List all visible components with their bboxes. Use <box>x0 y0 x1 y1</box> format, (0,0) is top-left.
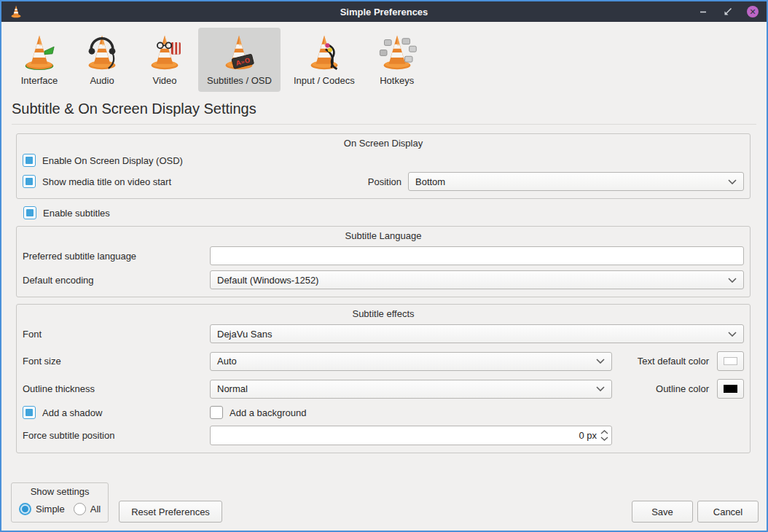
spin-down-icon[interactable] <box>600 437 608 441</box>
chevron-down-icon <box>728 179 737 184</box>
font-select-value: DejaVu Sans <box>217 329 728 340</box>
outline-color-button[interactable] <box>717 379 744 399</box>
font-row: Font DejaVu Sans <box>23 324 744 343</box>
footer-right: Save Cancel <box>632 501 759 523</box>
interface-icon <box>19 32 60 73</box>
heading-divider <box>12 124 756 125</box>
subtitle-language-group: Subtitle Language Preferred subtitle lan… <box>16 226 751 297</box>
simple-radio[interactable] <box>19 503 31 515</box>
chevron-down-icon <box>728 332 737 337</box>
show-media-title-checkbox[interactable] <box>23 175 36 188</box>
outline-color-label: Outline color <box>656 383 709 394</box>
toolbar-item-hotkeys[interactable]: Hotkeys <box>368 28 426 92</box>
enable-osd-checkbox[interactable] <box>23 154 36 167</box>
outline-thickness-select-value: Normal <box>217 383 596 394</box>
shadow-background-row: Add a shadow Add a background <box>23 406 744 419</box>
close-button[interactable]: ✕ <box>746 5 759 18</box>
position-select-value: Bottom <box>415 176 728 187</box>
font-size-label: Font size <box>23 356 210 367</box>
reset-wrap: Reset Preferences <box>119 501 222 523</box>
toolbar-item-interface[interactable]: Interface <box>10 28 68 92</box>
all-radio-wrap[interactable]: All <box>74 503 101 515</box>
spin-arrows <box>600 430 608 441</box>
toolbar-item-audio[interactable]: Audio <box>73 28 131 92</box>
toolbar-item-subtitles-osd[interactable]: A»O Subtitles / OSD <box>198 28 281 92</box>
font-size-select-value: Auto <box>217 356 596 367</box>
spacer <box>1 297 767 304</box>
minimize-button[interactable] <box>697 5 710 18</box>
window-title: Simple Preferences <box>1 7 767 17</box>
enable-subtitles-label: Enable subtitles <box>43 208 110 219</box>
reset-preferences-button[interactable]: Reset Preferences <box>119 501 222 523</box>
hotkeys-icon <box>377 32 418 73</box>
chevron-down-icon <box>728 278 737 283</box>
minimize-icon <box>700 8 707 15</box>
add-background-label: Add a background <box>230 407 307 418</box>
position-label: Position <box>368 176 401 187</box>
maximize-icon <box>724 7 732 16</box>
chevron-down-icon <box>596 386 605 391</box>
show-media-title-label: Show media title on video start <box>42 176 171 187</box>
outline-color-field: Outline color <box>656 379 744 399</box>
outline-thickness-label: Outline thickness <box>23 383 210 394</box>
default-encoding-select-value: Default (Windows-1252) <box>217 275 728 286</box>
simple-radio-wrap[interactable]: Simple <box>19 503 65 515</box>
subtitles-osd-icon: A»O <box>219 32 259 73</box>
toolbar-item-label: Audio <box>90 75 114 86</box>
enable-osd-checkbox-wrap[interactable]: Enable On Screen Display (OSD) <box>23 154 183 167</box>
font-size-select[interactable]: Auto <box>210 352 612 371</box>
default-encoding-row: Default encoding Default (Windows-1252) <box>23 270 744 289</box>
subtitle-effects-group-title: Subtitle effects <box>23 308 744 319</box>
video-icon <box>144 32 185 73</box>
toolbar-item-input-codecs[interactable]: Input / Codecs <box>285 28 364 92</box>
osd-group-title: On Screen Display <box>23 138 744 149</box>
outline-thickness-row: Outline thickness Normal Outline color <box>23 379 744 399</box>
font-select[interactable]: DejaVu Sans <box>210 324 744 343</box>
osd-group: On Screen Display Enable On Screen Displ… <box>16 133 751 199</box>
add-shadow-checkbox[interactable] <box>23 406 36 419</box>
enable-osd-row: Enable On Screen Display (OSD) <box>23 154 744 167</box>
toolbar-item-label: Interface <box>21 75 58 86</box>
position-select[interactable]: Bottom <box>408 172 744 191</box>
close-icon: ✕ <box>747 6 759 17</box>
footer: Show settings Simple All Reset Preferenc… <box>1 482 767 531</box>
outline-color-swatch <box>724 385 737 393</box>
spin-up-icon[interactable] <box>600 430 608 434</box>
show-media-title-checkbox-wrap[interactable]: Show media title on video start <box>23 175 171 188</box>
font-size-row: Font size Auto Text default color <box>23 351 744 371</box>
save-button[interactable]: Save <box>632 501 693 523</box>
simple-radio-label: Simple <box>36 504 65 515</box>
window-controls: ✕ <box>697 5 759 18</box>
all-radio-label: All <box>90 504 101 515</box>
font-label: Font <box>23 329 210 340</box>
show-media-title-row: Show media title on video start Position… <box>23 172 744 191</box>
add-background-checkbox[interactable] <box>210 406 223 419</box>
show-settings-title: Show settings <box>19 486 101 497</box>
enable-subtitles-checkbox[interactable] <box>23 206 36 219</box>
preferred-language-input[interactable] <box>210 246 744 265</box>
add-shadow-checkbox-wrap[interactable]: Add a shadow <box>23 406 210 419</box>
text-default-color-button[interactable] <box>717 351 744 371</box>
toolbar-item-video[interactable]: Video <box>136 28 194 92</box>
force-position-value: 0 px <box>579 430 597 441</box>
enable-osd-label: Enable On Screen Display (OSD) <box>42 155 183 166</box>
toolbar-item-label: Input / Codecs <box>294 75 355 86</box>
all-radio[interactable] <box>74 503 86 515</box>
cancel-button[interactable]: Cancel <box>697 501 759 523</box>
audio-icon <box>82 32 122 73</box>
titlebar: Simple Preferences ✕ <box>1 1 767 22</box>
default-encoding-select[interactable]: Default (Windows-1252) <box>210 270 744 289</box>
force-position-label: Force subtitle position <box>23 430 210 441</box>
add-background-checkbox-wrap[interactable]: Add a background <box>210 406 307 419</box>
chevron-down-icon <box>596 359 605 364</box>
text-default-color-field: Text default color <box>638 351 744 371</box>
enable-subtitles-checkbox-wrap[interactable]: Enable subtitles <box>23 206 767 219</box>
outline-thickness-select[interactable]: Normal <box>210 380 612 399</box>
preferences-window: Simple Preferences ✕ Interfac <box>0 0 768 532</box>
preferred-language-row: Preferred subtitle language <box>23 246 744 265</box>
force-position-spinbox[interactable]: 0 px <box>210 426 612 445</box>
subtitle-language-group-title: Subtitle Language <box>23 230 744 241</box>
text-color-swatch <box>724 357 737 365</box>
maximize-button[interactable] <box>721 5 734 18</box>
force-position-row: Force subtitle position 0 px <box>23 426 744 445</box>
